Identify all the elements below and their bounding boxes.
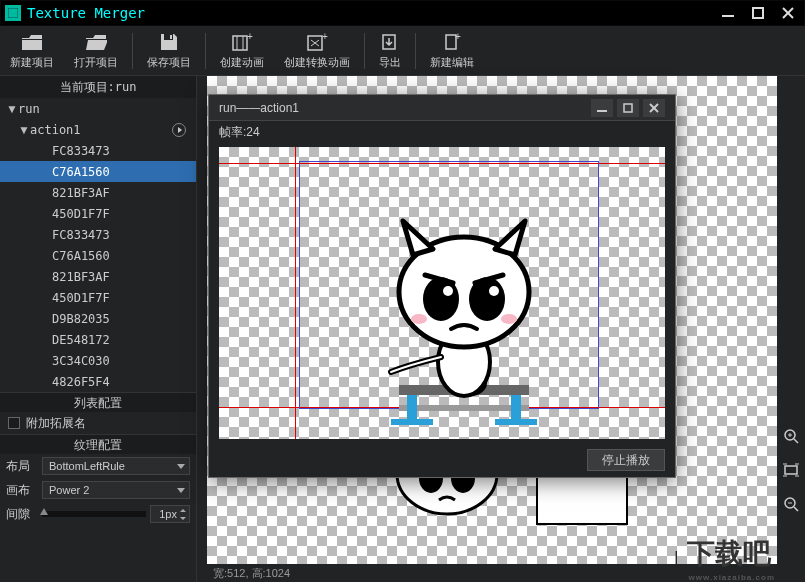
toolbar-label: 创建转换动画	[284, 55, 350, 70]
play-icon[interactable]	[172, 123, 186, 137]
toolbar-label: 导出	[379, 55, 401, 70]
canvas-status: 宽:512, 高:1024	[207, 566, 296, 582]
fps-display: 帧率:24	[209, 121, 675, 143]
checkbox-icon[interactable]	[8, 417, 20, 429]
toolbar-label: 新建编辑	[430, 55, 474, 70]
tree-frame[interactable]: 4826F5F4	[0, 371, 196, 392]
svg-rect-5	[233, 36, 247, 50]
svg-rect-40	[391, 419, 433, 425]
svg-rect-39	[511, 395, 521, 423]
fit-button[interactable]	[781, 460, 801, 480]
toolbar-label: 保存项目	[147, 55, 191, 70]
folder-open-icon	[85, 31, 107, 53]
svg-rect-37	[399, 405, 529, 411]
doc-plus-icon: +	[442, 31, 462, 53]
svg-point-46	[443, 286, 453, 296]
append-ext-label: 附加拓展名	[26, 415, 86, 432]
current-project-label: 当前项目:run	[0, 76, 196, 98]
preview-minimize-button[interactable]	[591, 99, 613, 117]
tree-frame[interactable]: DE548172	[0, 329, 196, 350]
export-button[interactable]: 导出	[369, 26, 411, 75]
svg-rect-32	[597, 110, 607, 112]
stop-play-button[interactable]: 停止播放	[587, 449, 665, 471]
tree-frame[interactable]: FC833473	[0, 140, 196, 161]
tree-frame[interactable]: C76A1560	[0, 161, 196, 182]
svg-text:+: +	[322, 32, 328, 42]
svg-line-21	[794, 439, 798, 443]
preview-maximize-button[interactable]	[617, 99, 639, 117]
svg-rect-2	[753, 8, 763, 18]
list-config-header: 列表配置	[0, 392, 196, 412]
export-icon	[380, 31, 400, 53]
preview-window: run——action1 帧率:24	[208, 94, 676, 478]
tree-frame[interactable]: 3C34C030	[0, 350, 196, 371]
tree-frame[interactable]: D9B82035	[0, 308, 196, 329]
create-anim-button[interactable]: + 创建动画	[210, 26, 274, 75]
canvas-label: 画布	[6, 482, 38, 499]
toolbar-label: 新建项目	[10, 55, 54, 70]
minimize-button[interactable]	[716, 3, 740, 23]
canvas-dropdown[interactable]: Power 2	[42, 481, 190, 499]
tree-frame[interactable]: C76A1560	[0, 245, 196, 266]
create-trans-anim-button[interactable]: + 创建转换动画	[274, 26, 360, 75]
stepper-down-icon[interactable]	[178, 514, 188, 522]
layout-value: BottomLeftRule	[49, 460, 125, 472]
svg-text:+: +	[455, 32, 461, 42]
app-title: Texture Merger	[27, 5, 710, 21]
svg-rect-24	[785, 466, 797, 474]
tree-animation[interactable]: ▼action1	[0, 119, 196, 140]
tree-frame[interactable]: 450D1F7F	[0, 287, 196, 308]
new-edit-button[interactable]: + 新建编辑	[420, 26, 484, 75]
layout-label: 布局	[6, 458, 38, 475]
svg-point-50	[501, 314, 517, 324]
preview-close-button[interactable]	[643, 99, 665, 117]
project-tree[interactable]: ▼run▼action1FC833473C76A1560821BF3AF450D…	[0, 98, 196, 392]
tree-frame[interactable]: 821BF3AF	[0, 266, 196, 287]
new-project-button[interactable]: 新建项目	[0, 26, 64, 75]
main-toolbar: 新建项目 打开项目 保存项目 + 创建动画 + 创建转换动画 导出 + 新建编辑	[0, 26, 805, 76]
chevron-down-icon	[177, 464, 185, 469]
svg-line-30	[794, 507, 798, 511]
chevron-down-icon	[177, 488, 185, 493]
tree-frame[interactable]: 450D1F7F	[0, 203, 196, 224]
svg-point-48	[489, 286, 499, 296]
maximize-button[interactable]	[746, 3, 770, 23]
preview-title: run——action1	[219, 101, 299, 115]
append-ext-checkbox-row[interactable]: 附加拓展名	[0, 412, 196, 434]
svg-rect-0	[8, 8, 18, 18]
close-button[interactable]	[776, 3, 800, 23]
anim-plus-icon: +	[231, 31, 253, 53]
tree-frame[interactable]: FC833473	[0, 224, 196, 245]
tree-root[interactable]: ▼run	[0, 98, 196, 119]
canvas-value: Power 2	[49, 484, 89, 496]
open-project-button[interactable]: 打开项目	[64, 26, 128, 75]
anim-convert-icon: +	[306, 31, 328, 53]
svg-point-49	[411, 314, 427, 324]
folder-plus-icon	[21, 31, 43, 53]
gap-label: 间隙	[6, 506, 38, 523]
zoom-out-button[interactable]	[781, 494, 801, 514]
toolbar-label: 创建动画	[220, 55, 264, 70]
svg-rect-33	[624, 104, 632, 112]
gap-slider[interactable]	[42, 511, 146, 517]
svg-text:+: +	[247, 32, 253, 42]
toolbar-label: 打开项目	[74, 55, 118, 70]
stepper-up-icon[interactable]	[178, 506, 188, 514]
save-project-button[interactable]: 保存项目	[137, 26, 201, 75]
tree-frame[interactable]: 821BF3AF	[0, 182, 196, 203]
gap-value-input[interactable]: 1px	[150, 505, 190, 523]
svg-rect-41	[495, 419, 537, 425]
save-icon	[159, 31, 179, 53]
texture-config-header: 纹理配置	[0, 434, 196, 454]
zoom-in-button[interactable]	[781, 426, 801, 446]
left-panel: 当前项目:run ▼run▼action1FC833473C76A1560821…	[0, 76, 197, 582]
preview-canvas[interactable]	[219, 147, 665, 439]
character-sprite	[349, 207, 569, 427]
layout-dropdown[interactable]: BottomLeftRule	[42, 457, 190, 475]
app-logo-icon	[5, 5, 21, 21]
svg-rect-1	[722, 15, 734, 17]
svg-rect-38	[407, 395, 417, 423]
watermark: ↓ 下载吧 www.xiazaiba.com	[669, 535, 775, 582]
